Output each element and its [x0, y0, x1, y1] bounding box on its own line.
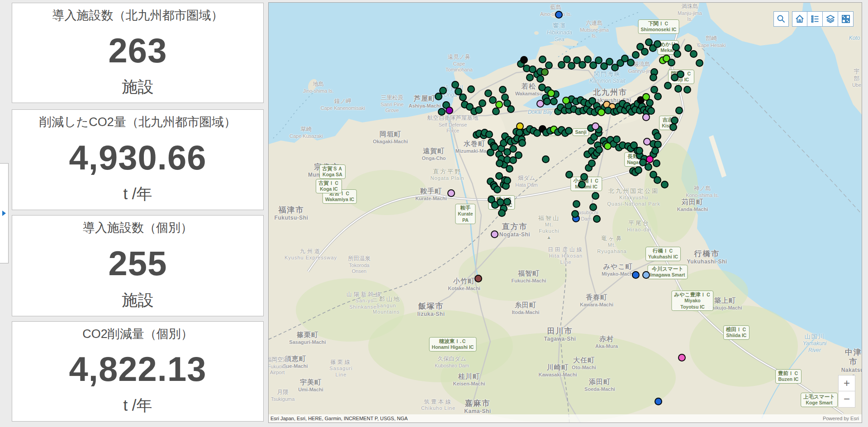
facility-marker[interactable] [646, 155, 654, 163]
facility-marker[interactable] [645, 163, 652, 171]
facility-marker[interactable] [542, 155, 550, 163]
facility-marker[interactable] [654, 40, 661, 48]
facility-marker[interactable] [475, 106, 483, 114]
facility-marker[interactable] [451, 81, 459, 89]
facility-marker[interactable] [492, 108, 500, 115]
facility-marker[interactable] [555, 11, 563, 19]
facility-marker[interactable] [671, 117, 678, 124]
facility-marker[interactable] [484, 89, 492, 97]
facility-marker[interactable] [653, 160, 660, 167]
facility-marker[interactable] [498, 209, 506, 217]
facility-marker[interactable] [520, 56, 528, 64]
facility-marker[interactable] [536, 75, 544, 83]
facility-marker[interactable] [550, 98, 558, 105]
facility-marker[interactable] [650, 74, 657, 81]
facility-marker[interactable] [592, 192, 599, 200]
facility-marker[interactable] [632, 51, 640, 59]
facility-marker[interactable] [632, 271, 640, 279]
facility-marker[interactable] [536, 100, 544, 108]
facility-marker[interactable] [479, 99, 486, 107]
facility-marker[interactable] [565, 127, 573, 135]
facility-marker[interactable] [636, 147, 643, 155]
basemap-gallery-button[interactable] [838, 11, 854, 27]
facility-marker[interactable] [503, 177, 511, 184]
expand-panel-button[interactable] [0, 163, 9, 263]
facility-marker[interactable] [690, 50, 697, 58]
facility-marker[interactable] [651, 147, 659, 155]
facility-marker[interactable] [539, 56, 546, 63]
facility-marker[interactable] [696, 59, 703, 67]
facility-marker[interactable] [459, 94, 467, 101]
facility-marker[interactable] [543, 98, 551, 105]
facility-marker[interactable] [604, 142, 612, 150]
facility-marker[interactable] [654, 132, 661, 140]
facility-marker[interactable] [674, 50, 681, 58]
facility-marker[interactable] [592, 122, 599, 130]
facility-marker[interactable] [578, 181, 586, 188]
facility-marker[interactable] [447, 189, 455, 197]
facility-marker[interactable] [474, 275, 482, 282]
facility-marker[interactable] [650, 86, 658, 94]
facility-marker[interactable] [515, 151, 522, 159]
facility-marker[interactable] [496, 160, 503, 167]
facility-marker[interactable] [643, 138, 651, 145]
facility-marker[interactable] [580, 173, 588, 181]
facility-marker[interactable] [493, 186, 501, 193]
facility-marker[interactable] [678, 354, 686, 361]
facility-marker[interactable] [642, 93, 650, 101]
facility-marker[interactable] [671, 74, 678, 81]
zoom-out-button[interactable]: − [838, 391, 855, 408]
facility-marker[interactable] [627, 59, 635, 66]
facility-marker[interactable] [669, 123, 677, 131]
legend-button[interactable] [807, 11, 823, 27]
facility-marker[interactable] [507, 105, 515, 113]
facility-marker[interactable] [573, 200, 580, 208]
facility-marker[interactable] [595, 56, 602, 64]
facility-marker[interactable] [642, 271, 650, 279]
facility-marker[interactable] [641, 48, 649, 56]
facility-marker[interactable] [654, 93, 662, 100]
facility-marker[interactable] [571, 210, 579, 218]
facility-marker[interactable] [526, 74, 534, 81]
facility-marker[interactable] [664, 82, 672, 89]
layers-button[interactable] [823, 11, 838, 27]
facility-marker[interactable] [675, 107, 683, 114]
facility-marker[interactable] [635, 166, 642, 174]
facility-marker[interactable] [518, 139, 526, 147]
facility-marker[interactable] [642, 113, 650, 121]
facility-marker[interactable] [485, 131, 493, 138]
facility-marker[interactable] [467, 85, 475, 93]
map-canvas[interactable]: 北九州市Kitakyushu-Shi行橋市Yukuhashi-Shi直方市Nog… [268, 2, 862, 423]
facility-marker[interactable] [595, 146, 603, 154]
facility-marker[interactable] [655, 398, 662, 405]
facility-marker[interactable] [593, 215, 601, 223]
facility-marker[interactable] [672, 43, 680, 51]
facility-marker[interactable] [503, 198, 511, 206]
facility-marker[interactable] [661, 181, 669, 188]
search-button[interactable] [773, 11, 789, 27]
facility-marker[interactable] [668, 59, 675, 66]
facility-marker[interactable] [613, 136, 621, 143]
zoom-in-button[interactable]: + [838, 375, 855, 391]
facility-marker[interactable] [438, 108, 446, 116]
facility-marker[interactable] [683, 86, 691, 94]
facility-marker[interactable] [684, 44, 692, 52]
facility-marker[interactable] [565, 171, 573, 178]
facility-marker[interactable] [606, 58, 613, 66]
facility-marker[interactable] [495, 101, 503, 108]
facility-marker[interactable] [598, 108, 605, 116]
facility-marker[interactable] [499, 86, 507, 94]
facility-marker[interactable] [562, 97, 570, 104]
facility-marker[interactable] [584, 56, 592, 63]
facility-marker[interactable] [491, 230, 498, 238]
facility-marker[interactable] [545, 61, 553, 69]
facility-marker[interactable] [491, 143, 498, 151]
facility-marker[interactable] [446, 107, 453, 114]
facility-marker[interactable] [506, 165, 513, 173]
facility-marker[interactable] [547, 89, 555, 97]
facility-marker[interactable] [439, 87, 447, 94]
facility-marker[interactable] [509, 145, 517, 153]
facility-marker[interactable] [647, 107, 655, 115]
facility-marker[interactable] [654, 176, 661, 184]
facility-marker[interactable] [541, 68, 549, 76]
